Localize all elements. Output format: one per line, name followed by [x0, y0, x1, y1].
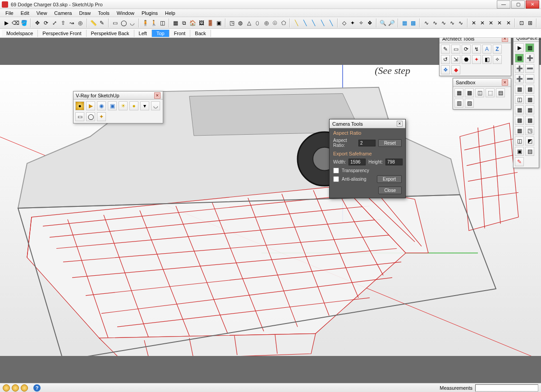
architect-icon-10[interactable]: ✦: [472, 55, 481, 64]
qf-f-icon[interactable]: ➕: [515, 74, 524, 83]
architect-tools-panel[interactable]: Architect Tools ✕ ✎ ▭ ⟳ ↯ A Z ↺ ⇲ ⬣ ✦ ◧ …: [439, 38, 511, 76]
sandbox-icon-2[interactable]: ▩: [465, 88, 474, 97]
pencil-icon[interactable]: ✎: [98, 19, 106, 27]
architect-icon-6[interactable]: Z: [493, 45, 502, 54]
export-button[interactable]: Export: [377, 175, 402, 183]
architect-panel-close-icon[interactable]: ✕: [502, 38, 508, 42]
qf-n-icon[interactable]: ▩: [515, 116, 524, 125]
qf-s-icon[interactable]: ◩: [525, 137, 534, 146]
minimize-button[interactable]: —: [497, 0, 510, 9]
sandbox-icon-5[interactable]: ▤: [496, 88, 505, 97]
qf-g-icon[interactable]: ➖: [525, 74, 534, 83]
vray-help-icon[interactable]: ✦: [97, 112, 106, 121]
transparency-checkbox[interactable]: [333, 168, 339, 173]
aspect-ratio-input[interactable]: [358, 140, 376, 146]
vertex-a-icon[interactable]: ✕: [470, 19, 478, 27]
qf-d-icon[interactable]: ➕: [515, 64, 524, 73]
sandbox-panel[interactable]: Sandbox ✕ ▦ ▩ ◫ ⬚ ▤ ▥ ▨: [453, 78, 511, 109]
maximize-button[interactable]: ▢: [511, 0, 525, 9]
qf-t-icon[interactable]: ▣: [515, 147, 524, 156]
architect-icon-13[interactable]: ❖: [441, 65, 450, 74]
tube-icon[interactable]: ⦾: [271, 19, 279, 27]
misc-a-icon[interactable]: ⊡: [518, 19, 525, 27]
help-icon[interactable]: ?: [33, 384, 41, 392]
qf-b-icon[interactable]: ▩: [515, 54, 524, 63]
vray-frame-icon[interactable]: ▣: [108, 101, 117, 110]
menu-view[interactable]: View: [33, 10, 51, 16]
house-icon[interactable]: 🏠: [189, 19, 197, 27]
status-sync-icon[interactable]: [21, 384, 28, 392]
curve-d-icon[interactable]: ∿: [449, 19, 456, 27]
qf-o-icon[interactable]: ▩: [525, 116, 534, 125]
qf-q-icon[interactable]: ◳: [525, 126, 534, 135]
tape-icon[interactable]: 📏: [90, 19, 97, 27]
qf-j-icon[interactable]: ◫: [515, 95, 524, 104]
arc-icon[interactable]: ◡: [128, 19, 136, 27]
vray-sun-icon[interactable]: ●: [129, 101, 138, 110]
offset-icon[interactable]: ◎: [77, 19, 84, 27]
circle-icon[interactable]: ◯: [120, 19, 128, 27]
reset-button[interactable]: Reset: [378, 139, 402, 147]
camera-tools-dialog[interactable]: Camera Tools ✕ Aspect Ratio Aspect Ratio…: [329, 119, 406, 198]
qf-l-icon[interactable]: ▦: [515, 105, 524, 114]
architect-icon-14[interactable]: ◆: [451, 65, 460, 74]
qf-r-icon[interactable]: ◫: [515, 137, 524, 146]
scene-back[interactable]: Back: [190, 30, 211, 37]
walk-icon[interactable]: 🚶: [150, 19, 158, 27]
qf-k-icon[interactable]: ▦: [525, 95, 534, 104]
qf-select-icon[interactable]: ▶: [515, 43, 524, 52]
qf-v-icon[interactable]: ✎: [515, 157, 524, 166]
vray-options-icon[interactable]: ◉: [97, 101, 106, 110]
line-c-icon[interactable]: ╲: [310, 19, 317, 27]
vray-dropdown-icon[interactable]: ▾: [140, 101, 149, 110]
plugin-b-icon[interactable]: ▩: [409, 19, 417, 27]
qf-u-icon[interactable]: ▤: [525, 147, 534, 156]
vray-dome-icon[interactable]: ◡: [151, 101, 160, 110]
sphere-icon[interactable]: ◍: [237, 19, 244, 27]
architect-icon-9[interactable]: ⬣: [462, 55, 471, 64]
menu-window[interactable]: Window: [113, 10, 138, 16]
line-e-icon[interactable]: ╲: [327, 19, 335, 27]
close-dialog-button[interactable]: Close: [378, 187, 402, 194]
box-icon[interactable]: ◳: [228, 19, 236, 27]
prism-icon[interactable]: ⬠: [280, 19, 287, 27]
vertex-d-icon[interactable]: ✕: [496, 19, 504, 27]
paint-icon[interactable]: 🪣: [20, 19, 28, 27]
menu-camera[interactable]: Camera: [50, 10, 75, 16]
qf-c-icon[interactable]: ➕: [525, 54, 534, 63]
menu-plugins[interactable]: Plugins: [138, 10, 161, 16]
sandbox-icon-3[interactable]: ◫: [475, 88, 484, 97]
close-button[interactable]: ✕: [526, 0, 539, 9]
architect-icon-7[interactable]: ↺: [441, 55, 450, 64]
zoom-b-icon[interactable]: 🔎: [388, 19, 395, 27]
vray-sphere-icon[interactable]: ◯: [86, 112, 95, 121]
curve-b-icon[interactable]: ∿: [431, 19, 439, 27]
scale-icon[interactable]: ⤢: [50, 19, 58, 27]
menu-edit[interactable]: Edit: [17, 10, 33, 16]
scene-modelspace[interactable]: Modelspace: [2, 30, 38, 37]
vray-render-icon[interactable]: ▶: [86, 101, 95, 110]
viewport[interactable]: (See step: [0, 38, 541, 383]
scene-perspektive-back[interactable]: Perspektive Back: [87, 30, 134, 37]
architect-icon-2[interactable]: ▭: [451, 45, 460, 54]
section-icon[interactable]: ◫: [159, 19, 166, 27]
cone-icon[interactable]: △: [245, 19, 253, 27]
vray-material-icon[interactable]: ●: [75, 101, 84, 110]
curve-a-icon[interactable]: ∿: [422, 19, 430, 27]
width-input[interactable]: [348, 159, 366, 165]
sandbox-icon-7[interactable]: ▨: [465, 99, 474, 108]
camera-dialog-close-icon[interactable]: ✕: [397, 121, 403, 127]
line-b-icon[interactable]: ╲: [301, 19, 309, 27]
curve-e-icon[interactable]: ∿: [457, 19, 465, 27]
photo-icon[interactable]: 🖼: [197, 19, 205, 27]
quadface-panel[interactable]: QuadFace... ▶ ▦ ▩ ➕ ➕ ➖ ➕ ➖ ▦ ▩ ◫ ▦ ▦ ▦ …: [513, 38, 539, 168]
followme-icon[interactable]: ↝: [68, 19, 75, 27]
architect-icon-11[interactable]: ◧: [482, 55, 491, 64]
vray-panel[interactable]: V-Ray for SketchUp ✕ ● ▶ ◉ ▣ ☀ ● ▾ ◡ ▭ ◯…: [73, 91, 163, 123]
menu-help[interactable]: Help: [161, 10, 179, 16]
vray-plane-icon[interactable]: ▭: [75, 112, 84, 121]
sandbox-icon-4[interactable]: ⬚: [486, 88, 495, 97]
line-a-icon[interactable]: ╲: [293, 19, 300, 27]
vray-light-icon[interactable]: ☀: [119, 101, 128, 110]
extra-c-icon[interactable]: ✧: [358, 19, 365, 27]
